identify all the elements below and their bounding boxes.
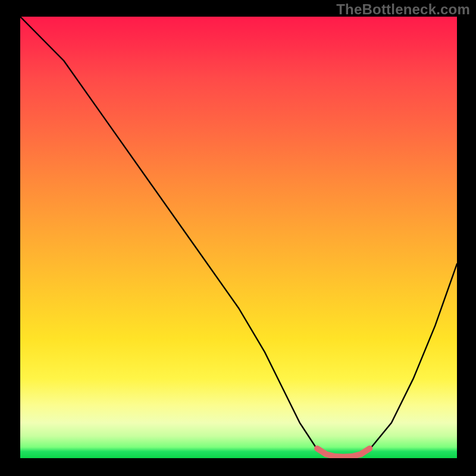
curve-layer xyxy=(20,17,457,458)
bottleneck-curve xyxy=(20,17,457,458)
plot-area xyxy=(20,17,457,458)
watermark-text: TheBottleneck.com xyxy=(336,1,470,18)
chart-container: TheBottleneck.com xyxy=(0,0,476,476)
optimal-band xyxy=(317,449,369,457)
